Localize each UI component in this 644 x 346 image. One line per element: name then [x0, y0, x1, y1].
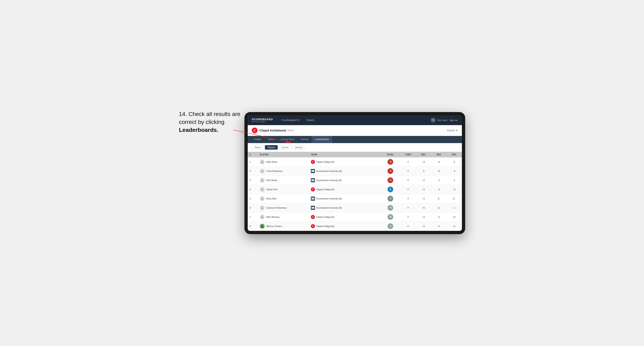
- tab-teams[interactable]: Teams: [264, 136, 277, 143]
- filter-teams[interactable]: Teams: [252, 145, 264, 150]
- filter-bar: Teams Players Scores Strokes: [248, 143, 462, 152]
- row-rd1: +2: [416, 221, 431, 231]
- row-rd2: +7: [431, 221, 446, 231]
- svg-point-7: [262, 207, 263, 208]
- row-position: 8: [248, 221, 258, 231]
- row-player: David Ford: [258, 185, 309, 194]
- tab-bar: Details Teams Course Setup Results Leade…: [248, 136, 462, 143]
- filter-players[interactable]: Players: [265, 145, 278, 150]
- row-total: +9: [380, 212, 400, 221]
- svg-point-6: [262, 197, 263, 199]
- team-logo-c: C: [311, 160, 315, 164]
- row-rd2: +1: [431, 212, 446, 221]
- team-logo-c: C: [311, 187, 315, 191]
- row-position: 6: [248, 203, 258, 212]
- player-avatar: [260, 224, 265, 229]
- cancel-label: Cancel: [447, 129, 454, 132]
- row-thru: F: [400, 194, 416, 203]
- col-rd2: RD2: [431, 152, 446, 157]
- tab-leaderboards[interactable]: Leaderboards: [312, 136, 332, 143]
- team-logo-sb: [311, 169, 315, 173]
- player-avatar: [260, 187, 265, 192]
- svg-point-5: [262, 188, 263, 189]
- player-name: Chris Robertson: [266, 170, 282, 172]
- row-player: Elliot Ebert: [258, 157, 309, 167]
- row-rd1: +1: [416, 175, 431, 185]
- instruction-body: Check all results are correct by clickin…: [179, 111, 240, 125]
- player-avatar: [260, 214, 265, 219]
- tab-results[interactable]: Results: [298, 136, 312, 143]
- team-name: Scoreboard University [A]: [316, 179, 342, 181]
- row-team: Scoreboard University [A]: [309, 175, 380, 185]
- player-avatar: [260, 205, 265, 210]
- nav-teams[interactable]: TEAMS: [303, 115, 318, 125]
- row-rd1: +5: [416, 203, 431, 212]
- tab-details[interactable]: Details: [251, 136, 264, 143]
- nav-tournaments[interactable]: TOURNAMENTS: [278, 115, 303, 125]
- row-rd2: -4: [431, 185, 446, 194]
- col-rd1: RD1: [416, 152, 431, 157]
- instruction-text: 14. Check all results are correct by cli…: [179, 110, 257, 134]
- nav-signout[interactable]: Sign out: [450, 119, 458, 122]
- row-position: 2: [248, 166, 258, 175]
- row-rd3: +6: [446, 212, 462, 221]
- team-logo-sb: [311, 178, 315, 182]
- col-player: PLAYER: [258, 152, 309, 157]
- table-row: 4David FordCClippd College [A]EF+1-4+3: [248, 185, 462, 194]
- row-thru: F: [400, 185, 416, 194]
- col-pos: #: [248, 152, 258, 157]
- row-rd3: E: [446, 194, 462, 203]
- table-row: 1Elliot EbertCClippd College [A]-8F+3-6-…: [248, 157, 462, 167]
- user-icon: TU: [431, 118, 436, 123]
- row-rd3: -5: [446, 157, 462, 167]
- row-team: Scoreboard University [A]: [309, 194, 380, 203]
- row-thru: F: [400, 203, 416, 212]
- table-header-row: # PLAYER TEAM TOTAL THRU RD1 RD2 RD3: [248, 152, 462, 157]
- instruction-bold: Leaderboards.: [179, 127, 218, 133]
- team-name: Clippd College [A]: [316, 161, 334, 163]
- row-rd2: E: [431, 194, 446, 203]
- row-player: Rich Butler: [258, 175, 309, 185]
- svg-point-3: [262, 170, 263, 171]
- tablet-screen: SCOREBOARD Powered by clippd TOURNAMENTS…: [248, 115, 462, 231]
- row-player: Rees Britt: [258, 194, 309, 203]
- table-row: 6Cameron RobertsonScoreboard University …: [248, 203, 462, 212]
- player-name: Cameron Robertson: [266, 207, 286, 209]
- row-total: -8: [380, 157, 400, 167]
- row-team: CClippd College [A]: [309, 157, 380, 167]
- table-row: 8Marcus TurnersCClippd College [A]+11F+2…: [248, 221, 462, 231]
- table-row: 7Blair McHargCClippd College [A]+9F+2+1+…: [248, 212, 462, 221]
- row-rd1: +1: [416, 185, 431, 194]
- row-rd1: +2: [416, 212, 431, 221]
- instruction-step: 14.: [179, 111, 187, 117]
- filter-strokes[interactable]: Strokes: [292, 145, 305, 150]
- row-player: Marcus Turners: [258, 221, 309, 231]
- row-team: CClippd College [A]: [309, 185, 380, 194]
- table-row: 5Rees BrittScoreboard University [A]+1F+…: [248, 194, 462, 203]
- row-position: 3: [248, 175, 258, 185]
- row-rd3: -1: [446, 203, 462, 212]
- player-name: Rich Butler: [266, 179, 277, 181]
- tab-course-setup[interactable]: Course Setup: [278, 136, 298, 143]
- row-total: -4: [380, 166, 400, 175]
- team-name: Scoreboard University [A]: [316, 197, 342, 200]
- row-rd2: -2: [431, 175, 446, 185]
- player-avatar: [260, 178, 265, 183]
- row-rd3: -1: [446, 175, 462, 185]
- filter-scores[interactable]: Scores: [279, 145, 291, 150]
- team-logo-c: C: [311, 224, 315, 228]
- page-wrapper: 14. Check all results are correct by cli…: [179, 112, 465, 234]
- cancel-button[interactable]: Cancel ✕: [447, 129, 458, 132]
- row-position: 4: [248, 185, 258, 194]
- row-team: CClippd College [A]: [309, 212, 380, 221]
- row-rd3: +2: [446, 221, 462, 231]
- svg-point-8: [262, 216, 263, 217]
- table-row: 3Rich ButlerScoreboard University [A]-2F…: [248, 175, 462, 185]
- row-total: E: [380, 185, 400, 194]
- row-rd2: -6: [431, 157, 446, 167]
- col-team: TEAM: [309, 152, 380, 157]
- row-rd3: +3: [446, 185, 462, 194]
- row-rd2: +2: [431, 203, 446, 212]
- svg-point-2: [262, 161, 263, 162]
- team-logo-c: C: [311, 215, 315, 219]
